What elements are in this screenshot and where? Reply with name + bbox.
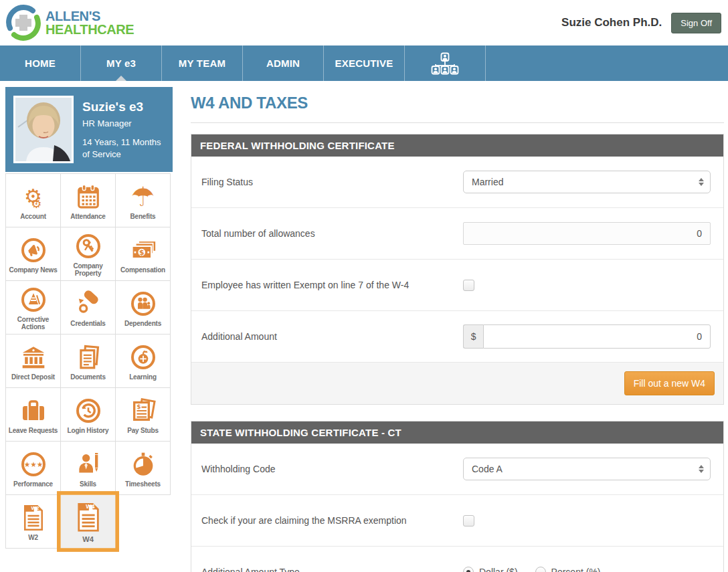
megaphone-icon [20, 235, 47, 266]
apple-icon [130, 342, 157, 373]
fill-out-new-w4-button[interactable]: Fill out a new W4 [624, 371, 715, 395]
sidebar-tile-corrective-actions[interactable]: Corrective Actions [5, 280, 61, 335]
stopwatch-icon [130, 449, 157, 480]
sidebar-tile-skills[interactable]: Skills [60, 441, 116, 495]
allowances-input[interactable] [463, 222, 711, 245]
exempt-label: Employee has written Exempt on line 7 of… [201, 280, 463, 290]
state-panel-header: STATE WITHHOLDING CERTIFICATE - CT [191, 421, 723, 444]
avatar [13, 96, 74, 163]
sidebar-tile-company-property[interactable]: Company Property [60, 227, 116, 281]
sidebar-tile-account[interactable]: ⚙⚙ Account [5, 173, 61, 227]
w4-doc-icon: W4 [75, 500, 100, 535]
profile-service: 14 Years, 11 Months of Service [82, 136, 165, 160]
filing-status-select[interactable]: Married [463, 171, 711, 193]
history-clock-icon [75, 395, 102, 426]
profile-card: Suzie's e3 HR Manager 14 Years, 11 Month… [5, 87, 173, 172]
scroll-icon [74, 288, 102, 319]
dollar-radio-option[interactable]: Dollar ($) [463, 567, 518, 572]
org-chart-icon [430, 52, 460, 75]
person-pencil-icon [75, 449, 102, 480]
percent-radio-option[interactable]: Percent (%) [535, 567, 601, 572]
sidebar: Suzie's e3 HR Manager 14 Years, 11 Month… [5, 87, 173, 549]
sidebar-tile-pay-stubs[interactable]: $ Pay Stubs [115, 387, 171, 442]
state-withholding-panel: STATE WITHHOLDING CERTIFICATE - CT Withh… [191, 421, 724, 572]
logo-text-line1: ALLEN'S [46, 9, 134, 23]
exempt-row: Employee has written Exempt on line 7 of… [191, 260, 723, 311]
sidebar-tile-w4[interactable]: W4 W4 [57, 491, 119, 552]
sidebar-tile-documents[interactable]: Documents [60, 334, 116, 388]
calendar-icon [76, 181, 101, 212]
sidebar-tile-benefits[interactable]: ☂ Benefits [115, 173, 171, 227]
sidebar-tile-direct-deposit[interactable]: Direct Deposit [5, 334, 61, 388]
dollar-radio[interactable] [463, 567, 474, 572]
tab-executive[interactable]: EXECUTIVE [324, 45, 405, 81]
gears-icon: ⚙⚙ [17, 181, 50, 212]
svg-text:★★★: ★★★ [23, 460, 43, 469]
select-stepper-icon [699, 178, 704, 186]
additional-amount-input[interactable] [483, 324, 711, 349]
federal-panel-footer: Fill out a new W4 [191, 363, 723, 404]
tab-home[interactable]: HOME [0, 45, 81, 81]
profile-role: HR Manager [82, 118, 165, 128]
sidebar-tile-company-news[interactable]: Company News [5, 227, 61, 281]
tab-my-team[interactable]: MY TEAM [162, 45, 243, 81]
sidebar-tile-credentials[interactable]: Credentials [60, 280, 116, 335]
percent-radio[interactable] [535, 567, 546, 572]
suitcase-icon [19, 395, 48, 426]
profile-title: Suzie's e3 [82, 100, 165, 114]
svg-text:$: $ [139, 248, 144, 256]
amount-type-label: Additional Amount Type [201, 567, 463, 572]
svg-text:$: $ [136, 403, 141, 410]
stars-icon: ★★★ [20, 449, 47, 480]
main-nav: HOME MY e3 MY TEAM ADMIN EXECUTIVE [0, 45, 728, 81]
sidebar-tile-leave-requests[interactable]: Leave Requests [5, 387, 61, 442]
additional-amount-row: Additional Amount $ [191, 311, 723, 363]
company-logo: ALLEN'S HEALTHCARE [5, 5, 134, 41]
documents-icon [76, 342, 101, 373]
user-name: Suzie Cohen Ph.D. [561, 16, 662, 29]
withholding-code-row: Withholding Code Code A [191, 444, 723, 495]
paystub-icon: $ [130, 395, 157, 426]
logo-circle-icon [5, 5, 41, 41]
title-divider [191, 122, 724, 123]
allowances-label: Total number of allowances [201, 228, 463, 239]
sidebar-tile-timesheets[interactable]: Timesheets [115, 441, 171, 495]
amount-type-row: Additional Amount Type Dollar ($) Percen… [191, 547, 723, 572]
additional-amount-label: Additional Amount [201, 331, 463, 342]
tab-org-chart[interactable] [405, 45, 486, 81]
page-title: W4 AND TAXES [191, 94, 724, 112]
sign-off-button[interactable]: Sign Off [671, 13, 721, 33]
sidebar-tile-learning[interactable]: Learning [115, 334, 171, 388]
bank-icon [20, 342, 47, 373]
federal-withholding-panel: FEDERAL WITHHOLDING CERTIFICATE Filing S… [191, 134, 724, 405]
w2-doc-icon: W2 [22, 502, 45, 533]
tab-admin[interactable]: ADMIN [243, 45, 324, 81]
app-header: ALLEN'S HEALTHCARE Suzie Cohen Ph.D. Sig… [0, 0, 728, 45]
logo-text-line2: HEALTHCARE [46, 23, 134, 36]
msrra-label: Check if your are claiming the MSRRA exe… [201, 515, 463, 526]
exempt-checkbox[interactable] [463, 280, 474, 291]
sidebar-tile-grid: ⚙⚙ Account [5, 173, 173, 549]
sidebar-tile-dependents[interactable]: Dependents [115, 280, 171, 335]
federal-panel-header: FEDERAL WITHHOLDING CERTIFICATE [191, 134, 723, 157]
sidebar-tile-login-history[interactable]: Login History [60, 387, 116, 442]
sidebar-tile-compensation[interactable]: $ Compensation [115, 227, 171, 281]
umbrella-icon: ☂ [131, 181, 155, 212]
warning-cone-icon [20, 284, 47, 315]
withholding-code-label: Withholding Code [201, 464, 463, 474]
filing-status-label: Filing Status [201, 177, 463, 187]
allowances-row: Total number of allowances [191, 208, 723, 260]
family-icon [130, 288, 157, 319]
withholding-code-select[interactable]: Code A [463, 458, 711, 480]
keys-icon [75, 231, 102, 262]
sidebar-tile-w2[interactable]: W2 W2 [5, 494, 61, 549]
msrra-checkbox[interactable] [463, 515, 474, 527]
main-content: W4 AND TAXES FEDERAL WITHHOLDING CERTIFI… [173, 81, 728, 572]
dollar-prefix: $ [463, 324, 483, 349]
money-icon: $ [129, 235, 157, 266]
select-stepper-icon [699, 465, 704, 473]
tab-my-e3[interactable]: MY e3 [81, 45, 162, 81]
filing-status-row: Filing Status Married [191, 157, 723, 208]
sidebar-tile-performance[interactable]: ★★★ Performance [5, 441, 61, 495]
sidebar-tile-attendance[interactable]: Attendance [60, 173, 116, 227]
